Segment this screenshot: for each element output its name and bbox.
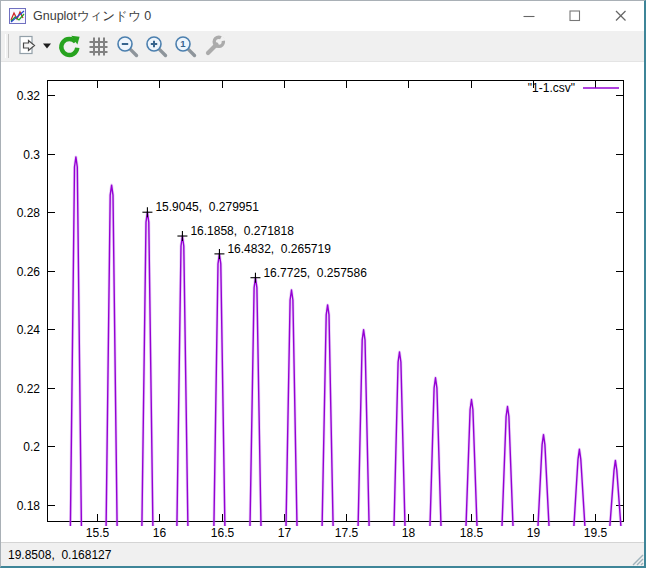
export-page-icon [15, 34, 39, 58]
x-tick-label: 18.5 [460, 526, 484, 540]
y-tick-label: 0.32 [17, 89, 41, 103]
statusbar: 19.8508, 0.168127 [1, 542, 644, 566]
export-button[interactable] [13, 33, 41, 60]
window-title: Gnuplotウィンドウ 0 [33, 8, 506, 25]
close-button[interactable] [598, 1, 644, 31]
x-tick-label: 17 [278, 526, 292, 540]
y-tick-label: 0.3 [23, 148, 40, 162]
maximize-icon [569, 10, 581, 22]
wrench-icon [202, 34, 227, 59]
svg-text:1: 1 [180, 38, 186, 49]
point-label: 16.1858, 0.271818 [190, 224, 294, 238]
gnuplot-window: Gnuplotウィンドウ 0 [0, 0, 646, 568]
chevron-down-icon [43, 43, 52, 49]
zoom-reset-button[interactable]: 1 [171, 33, 200, 60]
status-coordinates: 19.8508, 0.168127 [1, 548, 111, 562]
settings-button[interactable] [200, 33, 229, 60]
close-icon [615, 10, 627, 22]
replot-button[interactable] [55, 33, 84, 60]
y-tick-label: 0.22 [17, 382, 41, 396]
y-tick-label: 0.28 [17, 206, 41, 220]
grid-toggle-button[interactable] [84, 33, 113, 60]
y-tick-label: 0.26 [17, 265, 41, 279]
zoom-in-button[interactable] [142, 33, 171, 60]
titlebar: Gnuplotウィンドウ 0 [1, 1, 644, 31]
minimize-button[interactable] [506, 1, 552, 31]
series-line-halo [574, 449, 585, 526]
series-line-halo [610, 460, 621, 526]
point-label: 15.9045, 0.279951 [155, 200, 259, 214]
x-tick-label: 18 [402, 526, 416, 540]
toolbar-gripper[interactable] [5, 34, 9, 58]
grid-icon [86, 34, 111, 59]
plot-border [48, 81, 624, 522]
plot-canvas: 15.51616.51717.51818.51919.50.180.20.220… [1, 62, 644, 542]
y-tick-label: 0.18 [17, 499, 41, 513]
window-controls [506, 1, 644, 31]
maximize-button[interactable] [552, 1, 598, 31]
x-tick-label: 16 [153, 526, 167, 540]
x-tick-label: 17.5 [335, 526, 359, 540]
point-label: 16.7725, 0.257586 [263, 266, 367, 280]
zoom-out-icon [115, 34, 140, 59]
export-dropdown-arrow[interactable] [43, 43, 52, 49]
x-tick-label: 19.5 [584, 526, 608, 540]
toolbar: 1 [1, 31, 644, 62]
plot-area[interactable]: 15.51616.51717.51818.51919.50.180.20.220… [1, 62, 644, 542]
zoom-in-icon [144, 34, 169, 59]
zoom-out-button[interactable] [113, 33, 142, 60]
point-label: 16.4832, 0.265719 [227, 242, 331, 256]
y-tick-label: 0.24 [17, 323, 41, 337]
x-tick-label: 15.5 [86, 526, 110, 540]
zoom-reset-icon: 1 [173, 34, 198, 59]
resize-grip[interactable] [630, 552, 644, 566]
x-tick-label: 16.5 [211, 526, 235, 540]
x-tick-label: 19 [527, 526, 541, 540]
gnuplot-app-icon [9, 8, 26, 24]
minimize-icon [523, 10, 535, 22]
replot-refresh-icon [57, 34, 82, 59]
y-tick-label: 0.2 [23, 440, 40, 454]
legend-label: "1-1.csv" [528, 81, 575, 95]
